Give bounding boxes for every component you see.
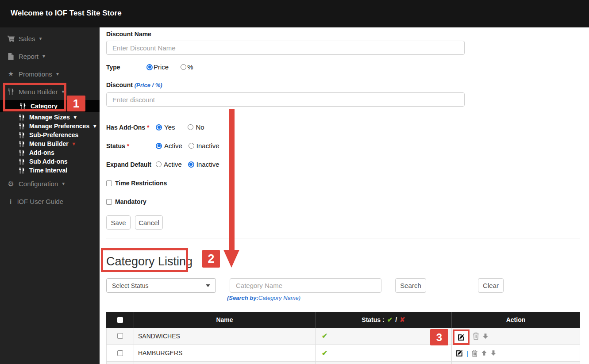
search-button[interactable]: Search: [395, 278, 426, 293]
expand-default-label: Expand Default: [106, 161, 151, 168]
type-radio-group: Price %: [146, 63, 193, 71]
cancel-button[interactable]: Cancel: [135, 215, 163, 230]
radio-checked-icon[interactable]: [156, 143, 162, 149]
section-divider: [106, 238, 580, 238]
app-window: Welcome to IOF Test Site Store Sales ▾ R…: [0, 0, 589, 364]
chevron-down-icon: ▾: [39, 36, 42, 41]
sidebar-item-label: Sub Add-ons: [29, 158, 68, 165]
sidebar-item-label: Menu Builder: [29, 140, 69, 147]
cart-icon: [7, 35, 15, 42]
has-addons-radio-no[interactable]: No: [188, 123, 204, 131]
sidebar-item-label: iOF User Guide: [17, 198, 63, 205]
clear-button[interactable]: Clear: [478, 278, 504, 293]
sidebar-item-manage-preferences[interactable]: Manage Preferences ▾: [0, 121, 96, 131]
save-button[interactable]: Save: [106, 215, 131, 230]
type-radio-percent[interactable]: %: [181, 63, 193, 71]
annotation-badge-1: 1: [67, 96, 85, 111]
move-up-icon[interactable]: [481, 350, 487, 356]
row-checkbox[interactable]: [117, 350, 123, 356]
sidebar-item-label: Sales: [19, 35, 35, 42]
annotation-badge-3: 3: [430, 329, 448, 345]
status-active-check-icon: ✔: [322, 349, 327, 357]
sidebar-item-configuration[interactable]: ⚙ Configuration ▾: [0, 179, 65, 188]
sidebar-item-time-interval[interactable]: Time Interval: [0, 165, 67, 175]
cutlery-icon: [18, 114, 25, 121]
sidebar-item-sub-add-ons[interactable]: Sub Add-ons: [0, 157, 68, 166]
row-checkbox[interactable]: [117, 333, 123, 339]
radio-unchecked-icon[interactable]: [181, 64, 186, 70]
check-icon: ✔: [387, 316, 393, 324]
discount-name-input[interactable]: [106, 41, 465, 55]
chevron-down-icon: [206, 284, 210, 287]
chevron-down-icon: ▾: [62, 89, 64, 94]
select-all-checkbox[interactable]: [117, 317, 123, 323]
table-row-actions: |: [452, 345, 580, 362]
cutlery-icon: [7, 88, 15, 95]
row-checkbox-cell: [106, 328, 134, 345]
chevron-down-icon: ▾: [42, 54, 45, 59]
has-addons-radio-yes[interactable]: Yes: [156, 123, 175, 131]
radio-unchecked-icon[interactable]: [188, 124, 193, 130]
radio-checked-icon[interactable]: [188, 161, 194, 168]
sidebar-item-manage-sizes[interactable]: Manage Sizes ▾: [0, 112, 77, 122]
sidebar-item-sub-preferences[interactable]: Sub-Preferences: [0, 130, 78, 140]
sidebar-item-menu-builder-sub[interactable]: Menu Builder ▾: [0, 139, 75, 149]
annotation-badge-2: 2: [202, 250, 220, 268]
sidebar-item-sales[interactable]: Sales ▾: [0, 34, 42, 43]
radio-checked-icon[interactable]: [156, 124, 162, 130]
top-header-bar: Welcome to IOF Test Site Store: [0, 0, 589, 27]
discount-label: Discount (Price / %): [106, 81, 162, 88]
sidebar-item-label: Category: [31, 103, 58, 110]
sidebar-item-report[interactable]: Report ▾: [0, 51, 45, 61]
annotation-arrow-head: [223, 250, 239, 268]
discount-input[interactable]: [106, 92, 465, 107]
sidebar-item-add-ons[interactable]: Add-ons: [0, 148, 54, 157]
expand-default-radio-inactive[interactable]: Inactive: [188, 161, 219, 168]
action-column-header: Action: [452, 312, 580, 328]
time-restrictions-checkbox-row[interactable]: Time Restrictions: [106, 180, 167, 187]
expand-default-radio-active[interactable]: Active: [156, 161, 182, 168]
move-down-icon[interactable]: [482, 333, 489, 339]
sidebar-item-iof-user-guide[interactable]: i iOF User Guide: [0, 196, 63, 206]
sidebar-item-menu-builder[interactable]: Menu Builder ▾: [0, 87, 64, 96]
type-radio-price[interactable]: Price: [146, 63, 169, 71]
delete-icon[interactable]: [471, 349, 478, 357]
table-row-actions: [452, 328, 580, 345]
table-row-name: SANDWICHES: [134, 328, 316, 345]
expand-default-radio-group: Active Inactive: [156, 161, 219, 168]
move-down-icon[interactable]: [490, 350, 497, 356]
sidebar-item-label: Report: [19, 53, 38, 60]
chevron-down-icon: ▾: [73, 141, 75, 146]
radio-unchecked-icon[interactable]: [156, 161, 162, 167]
sidebar-item-label: Manage Sizes: [29, 114, 70, 121]
cutlery-icon: [19, 103, 27, 110]
table-row-partial: [106, 362, 134, 364]
radio-unchecked-icon[interactable]: [189, 143, 194, 149]
radio-checked-icon[interactable]: [146, 64, 153, 70]
mandatory-checkbox-row[interactable]: Mandatory: [106, 198, 146, 205]
status-radio-inactive[interactable]: Inactive: [189, 142, 219, 149]
cutlery-icon: [18, 132, 25, 138]
cross-icon: ✘: [400, 316, 405, 324]
edit-icon[interactable]: [458, 333, 465, 341]
discount-name-label: Discount Name: [106, 31, 151, 38]
cutlery-icon: [18, 141, 25, 147]
sidebar-item-promotions[interactable]: ★ Promotions ▾: [0, 69, 59, 79]
delete-icon[interactable]: [473, 332, 479, 340]
status-filter-select[interactable]: Select Status: [106, 278, 216, 293]
category-name-input[interactable]: [230, 278, 381, 293]
checkbox-unchecked-icon[interactable]: [106, 199, 112, 205]
sidebar-item-label: Time Interval: [29, 167, 67, 174]
annotation-arrow-shaft: [229, 109, 235, 250]
table-row-status: ✔: [316, 345, 452, 362]
sidebar-item-label: Configuration: [19, 180, 58, 188]
status-radio-active[interactable]: Active: [156, 142, 182, 149]
edit-icon[interactable]: [456, 349, 463, 357]
category-listing-heading: Category Listing: [106, 255, 192, 268]
category-table: Name Status : ✔ / ✘ Action SANDWICHES ✔ …: [106, 312, 580, 364]
status-filter-value: Select Status: [112, 282, 149, 289]
table-row-name: HAMBURGERS: [134, 345, 316, 362]
checkbox-unchecked-icon[interactable]: [106, 180, 112, 186]
mandatory-label: Mandatory: [115, 198, 146, 205]
sidebar-item-label: Menu Builder: [19, 88, 58, 96]
